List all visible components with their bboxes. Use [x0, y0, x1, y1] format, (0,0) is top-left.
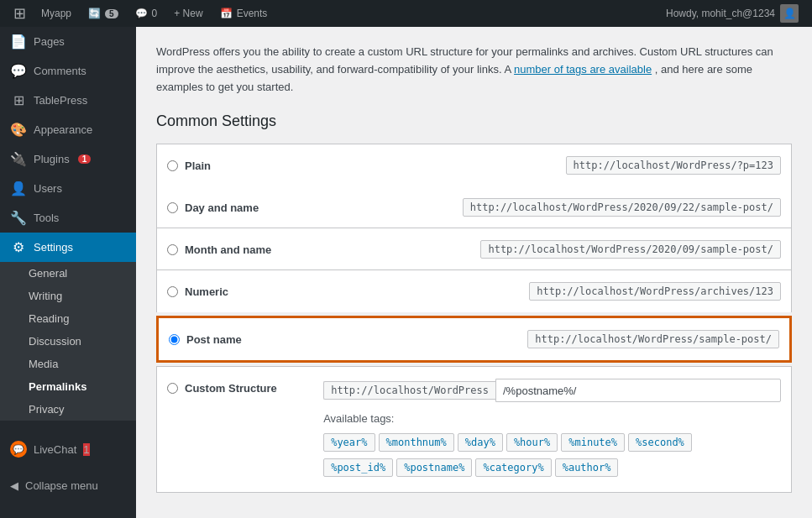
post-name-radio-label[interactable]: Post name: [169, 333, 242, 346]
plain-radio[interactable]: [167, 160, 178, 171]
custom-structure-label: Custom Structure: [185, 382, 277, 395]
tag-author[interactable]: %author%: [555, 458, 619, 477]
tags-row-2: %post_id% %postname% %category% %author%: [323, 458, 781, 477]
updates-item[interactable]: 🔄 5: [80, 0, 127, 27]
comments-item[interactable]: 💬 0: [127, 0, 166, 27]
tag-monthnum[interactable]: %monthnum%: [379, 433, 454, 452]
settings-label: Settings: [34, 241, 73, 254]
post-name-label: Post name: [186, 333, 242, 346]
intro-paragraph: WordPress offers you the ability to crea…: [156, 44, 792, 96]
main-content: WordPress offers you the ability to crea…: [136, 27, 812, 518]
permalink-row-plain: Plain http://localhost/WordPress/?p=123: [156, 144, 792, 186]
events-item[interactable]: 📅 Events: [212, 0, 276, 27]
custom-url-prefix: http://localhost/WordPress: [323, 381, 495, 400]
new-content-item[interactable]: + New: [165, 0, 211, 27]
custom-structure-radio-label[interactable]: Custom Structure: [167, 379, 277, 395]
site-name: Myapp: [41, 8, 71, 19]
sidebar-item-appearance[interactable]: 🎨 Appearance: [0, 115, 136, 144]
available-tags-label: Available tags:: [323, 412, 781, 425]
day-and-name-label: Day and name: [185, 201, 259, 214]
month-and-name-label: Month and name: [185, 243, 271, 256]
permalink-row-numeric: Numeric http://localhost/WordPress/archi…: [156, 269, 792, 312]
submenu-item-general[interactable]: General: [0, 262, 136, 285]
submenu-item-permalinks[interactable]: Permalinks: [0, 375, 136, 398]
tag-postname[interactable]: %postname%: [396, 458, 472, 477]
sidebar-item-livechat[interactable]: 💬 LiveChat 1: [0, 434, 136, 464]
sidebar-item-comments[interactable]: 💬 Comments: [0, 56, 136, 86]
day-and-name-url: http://localhost/WordPress/2020/09/22/sa…: [463, 198, 781, 217]
tools-label: Tools: [34, 212, 59, 224]
custom-structure-radio[interactable]: [167, 383, 178, 394]
custom-structure-inputs: http://localhost/WordPress Available tag…: [323, 379, 781, 480]
comments-menu-label: Comments: [34, 65, 86, 77]
tag-hour[interactable]: %hour%: [506, 433, 558, 452]
custom-url-row: http://localhost/WordPress: [323, 379, 781, 402]
users-icon: 👤: [10, 181, 27, 196]
admin-bar: ⊞ Myapp 🔄 5 💬 0 + New 📅 Events Howdy, mo…: [0, 0, 812, 27]
tablepress-label: TablePress: [34, 94, 87, 107]
comments-count: 0: [152, 8, 158, 19]
admin-sidebar: 📄 Pages 💬 Comments ⊞ TablePress 🎨 Appear…: [0, 27, 136, 518]
plugins-label: Plugins: [34, 153, 70, 165]
numeric-label: Numeric: [185, 285, 228, 298]
collapse-icon: ◀: [10, 479, 18, 492]
month-and-name-radio[interactable]: [167, 244, 178, 255]
sidebar-item-settings[interactable]: ⚙ Settings: [0, 233, 136, 262]
plugins-icon: 🔌: [10, 151, 27, 167]
tags-available-link[interactable]: number of tags are available: [514, 63, 652, 76]
pages-label: Pages: [34, 35, 65, 48]
sidebar-item-pages[interactable]: 📄 Pages: [0, 27, 136, 56]
collapse-label: Collapse menu: [25, 479, 98, 492]
tag-category[interactable]: %category%: [475, 458, 551, 477]
submenu-item-writing[interactable]: Writing: [0, 285, 136, 307]
wp-logo[interactable]: ⊞: [7, 4, 33, 23]
comments-menu-icon: 💬: [10, 63, 27, 79]
site-name-item[interactable]: Myapp: [33, 0, 80, 27]
numeric-url: http://localhost/WordPress/archives/123: [529, 282, 781, 301]
tags-row-1: %year% %monthnum% %day% %hour% %minute% …: [323, 433, 781, 452]
updates-icon: 🔄: [88, 8, 101, 19]
sidebar-item-plugins[interactable]: 🔌 Plugins 1: [0, 144, 136, 174]
sidebar-item-tools[interactable]: 🔧 Tools: [0, 203, 136, 233]
sidebar-item-tablepress[interactable]: ⊞ TablePress: [0, 86, 136, 115]
calendar-icon: 📅: [220, 8, 233, 19]
plain-radio-label[interactable]: Plain: [167, 160, 211, 172]
day-and-name-radio-label[interactable]: Day and name: [167, 201, 259, 214]
tag-post-id[interactable]: %post_id%: [323, 458, 393, 477]
howdy-section: Howdy, mohit_ch@1234 👤: [659, 4, 805, 23]
tag-second[interactable]: %second%: [628, 433, 692, 452]
permalink-row-custom-structure: Custom Structure http://localhost/WordPr…: [156, 366, 792, 493]
collapse-menu-button[interactable]: ◀ Collapse menu: [0, 471, 136, 500]
appearance-label: Appearance: [34, 123, 92, 136]
numeric-radio[interactable]: [167, 286, 178, 297]
events-label: Events: [237, 8, 268, 19]
tablepress-icon: ⊞: [10, 92, 27, 108]
day-and-name-radio[interactable]: [167, 202, 178, 213]
livechat-label: LiveChat: [34, 443, 76, 456]
submenu-item-media[interactable]: Media: [0, 353, 136, 375]
appearance-icon: 🎨: [10, 122, 27, 138]
permalink-row-post-name: Post name http://localhost/WordPress/sam…: [156, 316, 792, 363]
submenu-item-privacy[interactable]: Privacy: [0, 398, 136, 421]
active-indicator: [133, 233, 136, 259]
submenu-item-reading[interactable]: Reading: [0, 307, 136, 330]
tools-icon: 🔧: [10, 210, 27, 226]
avatar[interactable]: 👤: [780, 4, 799, 23]
month-and-name-radio-label[interactable]: Month and name: [167, 243, 271, 256]
month-and-name-url: http://localhost/WordPress/2020/09/sampl…: [480, 240, 781, 259]
permalink-row-month-and-name: Month and name http://localhost/WordPres…: [156, 228, 792, 270]
settings-icon: ⚙: [10, 239, 27, 255]
howdy-text: Howdy, mohit_ch@1234: [666, 8, 775, 19]
plugins-badge: 1: [78, 154, 92, 164]
post-name-radio[interactable]: [169, 334, 180, 345]
updates-count: 5: [105, 9, 118, 18]
tag-day[interactable]: %day%: [458, 433, 503, 452]
tag-minute[interactable]: %minute%: [561, 433, 625, 452]
new-label: + New: [174, 8, 202, 19]
tag-year[interactable]: %year%: [323, 433, 375, 452]
sidebar-item-users[interactable]: 👤 Users: [0, 174, 136, 203]
numeric-radio-label[interactable]: Numeric: [167, 285, 228, 298]
post-name-url: http://localhost/WordPress/sample-post/: [527, 330, 779, 348]
submenu-item-discussion[interactable]: Discussion: [0, 330, 136, 353]
custom-structure-input[interactable]: [495, 379, 781, 402]
